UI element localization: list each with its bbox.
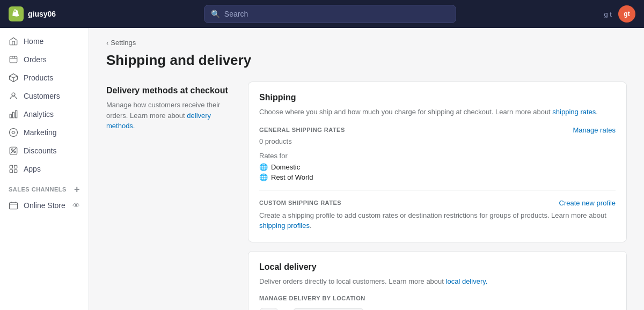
globe-icon-domestic: 🌐 — [259, 163, 268, 171]
sidebar-nav: Home Orders Products Customers — [0, 28, 89, 219]
shopify-logo — [9, 6, 24, 21]
rates-for-label: Rates for — [259, 152, 616, 160]
svg-rect-14 — [10, 170, 12, 173]
delivery-methods-panel: Delivery methods at checkout Manage how … — [106, 82, 235, 310]
top-nav: giusy06 🔍 g t gt — [0, 0, 644, 28]
shipping-card-title: Shipping — [259, 93, 616, 102]
delivery-methods-desc: Manage how customers receive their order… — [106, 100, 235, 131]
search-icon: 🔍 — [211, 10, 220, 18]
store-name-label: giusy06 — [28, 10, 56, 18]
avatar[interactable]: gt — [618, 5, 635, 23]
svg-rect-0 — [10, 56, 17, 63]
right-panels: Shipping Choose where you ship and how m… — [248, 82, 627, 310]
sidebar-label-home: Home — [24, 37, 43, 46]
content-grid: Delivery methods at checkout Manage how … — [106, 82, 627, 310]
manage-delivery-header: MANAGE DELIVERY BY LOCATION — [259, 295, 616, 301]
marketing-icon — [9, 128, 18, 137]
shipping-rates-link[interactable]: shipping rates — [552, 108, 596, 116]
delivery-methods-title: Delivery methods at checkout — [106, 86, 235, 95]
local-delivery-title: Local delivery — [259, 262, 616, 272]
local-delivery-desc: Deliver orders directly to local custome… — [259, 276, 616, 287]
sidebar-item-marketing[interactable]: Marketing — [0, 123, 89, 142]
sidebar-label-discounts: Discounts — [24, 146, 56, 155]
search-input[interactable] — [224, 10, 449, 18]
svg-rect-13 — [14, 165, 17, 168]
sidebar-label-marketing: Marketing — [24, 128, 56, 137]
svg-rect-5 — [13, 112, 14, 118]
store-name[interactable]: giusy06 — [9, 6, 56, 21]
custom-shipping-desc: Create a shipping profile to add custom … — [259, 210, 616, 231]
globe-icon-row: 🌐 — [259, 173, 268, 181]
products-icon — [9, 73, 18, 83]
sidebar-item-analytics[interactable]: Analytics — [0, 105, 89, 123]
nav-initials: g t — [604, 10, 612, 18]
shipping-profiles-link[interactable]: shipping profiles — [259, 222, 310, 230]
sidebar-label-apps: Apps — [24, 165, 41, 173]
online-store-icon — [9, 201, 18, 210]
local-delivery-link[interactable]: local delivery. — [446, 277, 488, 285]
local-delivery-card: Local delivery Deliver orders directly t… — [248, 251, 627, 311]
analytics-icon — [9, 109, 18, 119]
apps-icon — [9, 164, 18, 174]
svg-rect-12 — [10, 165, 12, 168]
main-content: ‹ Settings Shipping and delivery Deliver… — [89, 28, 644, 310]
rate-rest-of-world: 🌐 Rest of World — [259, 173, 616, 181]
sidebar-label-analytics: Analytics — [24, 110, 54, 119]
create-new-profile-link[interactable]: Create new profile — [559, 199, 616, 207]
home-icon — [9, 36, 18, 46]
svg-point-7 — [10, 129, 18, 137]
breadcrumb[interactable]: ‹ Settings — [106, 39, 627, 47]
general-shipping-header: GENERAL SHIPPING RATES Manage rates — [259, 126, 616, 134]
sidebar-label-customers: Customers — [24, 92, 60, 100]
products-count: 0 products — [259, 137, 616, 145]
search-bar: 🔍 — [204, 5, 456, 23]
eye-icon[interactable]: 👁 — [72, 201, 80, 210]
location-pin-icon — [259, 308, 279, 310]
svg-rect-4 — [10, 114, 11, 118]
customers-icon — [9, 91, 18, 101]
sidebar-item-discounts[interactable]: Discounts — [0, 142, 89, 160]
sidebar: Home Orders Products Customers — [0, 28, 89, 310]
location-left: v Doesn't offer delivery v, 60124 a, Ita… — [259, 308, 363, 310]
breadcrumb-chevron: ‹ — [106, 39, 108, 47]
svg-point-8 — [11, 149, 13, 150]
svg-rect-15 — [14, 170, 17, 173]
sidebar-label-orders: Orders — [24, 55, 47, 64]
rate-domestic: 🌐 Domestic — [259, 163, 616, 171]
shipping-card-desc: Choose where you ship and how much you c… — [259, 107, 616, 117]
online-store-label: Online Store — [24, 201, 65, 210]
add-sales-channel-button[interactable]: + — [74, 184, 80, 194]
svg-point-3 — [12, 93, 15, 96]
shipping-card: Shipping Choose where you ship and how m… — [248, 82, 627, 242]
online-store-left: Online Store — [9, 201, 65, 210]
location-row: v Doesn't offer delivery v, 60124 a, Ita… — [259, 308, 616, 310]
divider — [259, 190, 616, 190]
svg-rect-6 — [16, 110, 17, 118]
sidebar-item-home[interactable]: Home — [0, 32, 89, 50]
page-title: Shipping and delivery — [106, 52, 627, 69]
sidebar-item-orders[interactable]: Orders — [0, 50, 89, 69]
breadcrumb-text: Settings — [111, 39, 136, 47]
sales-channels-section: SALES CHANNELS + — [0, 178, 89, 196]
discounts-icon — [9, 146, 18, 156]
custom-shipping-label: CUSTOM SHIPPING RATES — [259, 200, 341, 206]
sidebar-item-products[interactable]: Products — [0, 69, 89, 87]
sidebar-label-products: Products — [24, 73, 53, 82]
orders-icon — [9, 55, 18, 64]
manage-rates-link[interactable]: Manage rates — [573, 126, 616, 134]
general-shipping-label: GENERAL SHIPPING RATES — [259, 127, 345, 133]
sidebar-item-apps[interactable]: Apps — [0, 160, 89, 178]
sales-channels-label: SALES CHANNELS — [9, 186, 67, 193]
svg-rect-16 — [10, 203, 18, 209]
manage-delivery-label: MANAGE DELIVERY BY LOCATION — [259, 295, 365, 301]
custom-shipping-header: CUSTOM SHIPPING RATES Create new profile — [259, 199, 616, 207]
sidebar-item-online-store[interactable]: Online Store 👁 — [0, 196, 89, 215]
svg-point-9 — [14, 151, 16, 153]
sidebar-item-customers[interactable]: Customers — [0, 87, 89, 105]
